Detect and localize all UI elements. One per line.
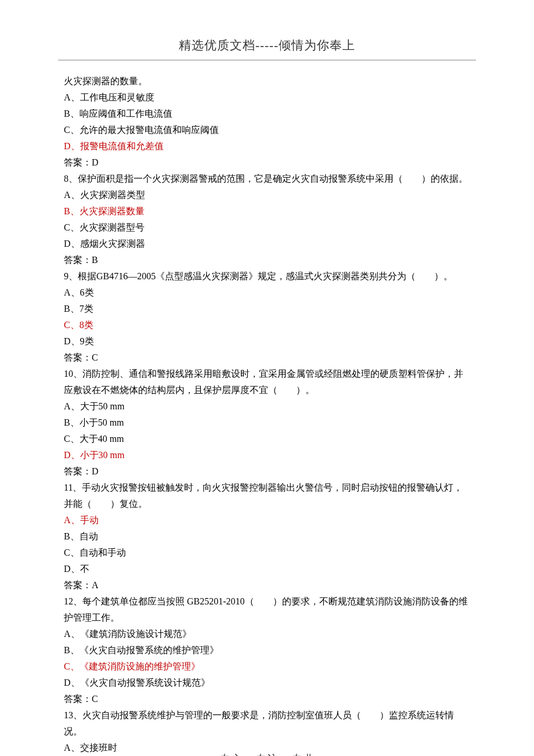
text-line: A、火灾探测器类型 xyxy=(64,187,470,203)
text-line: C、允许的最大报警电流值和响应阈值 xyxy=(64,122,470,138)
text-line: D、感烟火灾探测器 xyxy=(64,236,470,252)
text-line: 火灾探测器的数量。 xyxy=(64,73,470,89)
text-line: C、《建筑消防设施的维护管理》 xyxy=(64,658,470,675)
text-line: 11、手动火灾报警按钮被触发时，向火灾报警控制器输出火警信号，同时启动按钮的报警… xyxy=(64,480,470,512)
text-line: A、《建筑消防设施设计规范》 xyxy=(64,626,470,642)
document-page: 精选优质文档-----倾情为你奉上 火灾探测器的数量。A、工作电压和灵敏度B、响… xyxy=(0,0,534,756)
text-line: 答案：D xyxy=(64,463,470,480)
text-line: 答案：C xyxy=(64,691,470,707)
text-line: 答案：B xyxy=(64,252,470,268)
text-line: 答案：A xyxy=(64,577,470,593)
text-line: 8、保护面积是指一个火灾探测器警戒的范围，它是确定火灾自动报警系统中采用（ ）的… xyxy=(64,171,470,187)
text-line: C、自动和手动 xyxy=(64,545,470,561)
text-line: B、自动 xyxy=(64,528,470,545)
document-content: 火灾探测器的数量。A、工作电压和灵敏度B、响应阈值和工作电流值C、允许的最大报警… xyxy=(64,73,470,756)
text-line: 13、火灾自动报警系统维护与管理的一般要求是，消防控制室值班人员（ ）监控系统运… xyxy=(64,707,470,740)
text-line: 答案：D xyxy=(64,154,470,171)
text-line: C、火灾探测器型号 xyxy=(64,219,470,236)
text-line: A、手动 xyxy=(64,512,470,528)
page-footer: 专心---专注---专业 xyxy=(0,750,534,757)
text-line: B、7类 xyxy=(64,301,470,317)
page-header: 精选优质文档-----倾情为你奉上 xyxy=(64,35,470,56)
text-line: B、响应阈值和工作电流值 xyxy=(64,106,470,122)
text-line: D、9类 xyxy=(64,333,470,350)
text-line: B、火灾探测器数量 xyxy=(64,203,470,219)
text-line: B、小于50 mm xyxy=(64,415,470,431)
header-divider xyxy=(58,60,476,60)
text-line: A、大于50 mm xyxy=(64,398,470,415)
text-line: D、报警电流值和允差值 xyxy=(64,138,470,154)
text-line: A、6类 xyxy=(64,285,470,301)
text-line: D、《火灾自动报警系统设计规范》 xyxy=(64,675,470,691)
text-line: 10、消防控制、通信和警报线路采用暗敷设时，宜采用金属管或经阻燃处理的硬质塑料管… xyxy=(64,366,470,398)
text-line: B、《火灾自动报警系统的维护管理》 xyxy=(64,642,470,658)
text-line: C、8类 xyxy=(64,317,470,333)
text-line: A、工作电压和灵敏度 xyxy=(64,89,470,106)
text-line: 12、每个建筑单位都应当按照 GB25201-2010（ ）的要求，不断规范建筑… xyxy=(64,593,470,626)
text-line: D、小于30 mm xyxy=(64,447,470,463)
text-line: C、大于40 mm xyxy=(64,431,470,447)
text-line: 答案：C xyxy=(64,350,470,366)
text-line: 9、根据GB4716—2005《点型感温火灾探测器》规定，感温式火灾探测器类别共… xyxy=(64,268,470,285)
text-line: D、不 xyxy=(64,561,470,577)
